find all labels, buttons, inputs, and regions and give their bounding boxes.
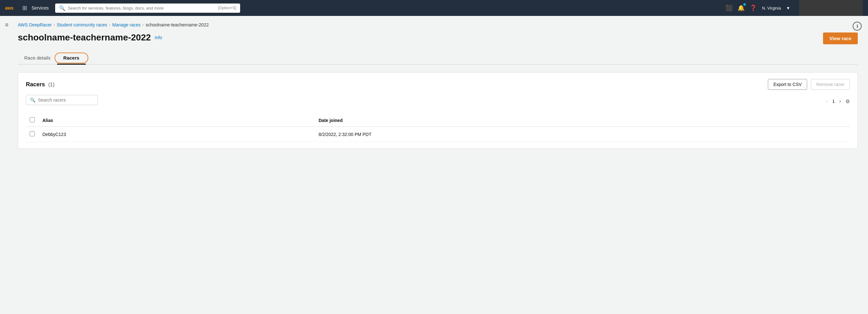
page-number: 1 [832,99,835,104]
page-header: schoolname-teachername-2022 Info View ra… [18,33,858,44]
help-icon[interactable]: ❓ [750,4,757,11]
search-icon: 🔍 [59,5,65,11]
export-csv-button[interactable]: Export to CSV [768,79,807,90]
svg-text:aws: aws [5,5,14,10]
date-joined-column-header: Date joined [315,114,850,127]
search-racers-icon: 🔍 [30,98,35,103]
breadcrumb: AWS DeepRacer › Student community races … [18,22,858,27]
region-selector[interactable]: N. Virginia [762,6,781,10]
search-input[interactable] [68,6,216,10]
tab-race-details[interactable]: Race details [18,52,57,65]
row-checkbox[interactable] [30,131,35,136]
page-info-icon[interactable]: ℹ [853,22,862,31]
breadcrumb-current: schoolname-teachername-2022 [146,22,209,27]
racers-panel-header: Racers (1) Export to CSV Remove racer [26,79,850,90]
racers-count: (1) [49,82,55,87]
prev-page-button[interactable]: ‹ [824,98,830,105]
page-title-area: schoolname-teachername-2022 Info [18,33,162,43]
racers-title-area: Racers (1) [26,81,55,88]
racers-title: Racers [26,81,45,88]
breadcrumb-community[interactable]: Student community races [57,22,107,27]
row-checkbox-cell [26,127,39,142]
select-all-checkbox[interactable] [30,117,35,122]
nav-right-actions: ⬛ 🔔 ❓ N. Virginia ▼ [725,0,863,16]
alias-cell: DebbyC123 [39,127,315,142]
racers-table: Alias Date joined DebbyC123 8/2/2022, 2:… [26,114,850,142]
table-body: DebbyC123 8/2/2022, 2:32:00 PM PDT [26,127,850,142]
select-all-col [26,114,39,127]
region-caret: ▼ [786,6,790,10]
breadcrumb-sep-3: › [143,23,144,27]
account-bar[interactable] [799,0,863,16]
table-row: DebbyC123 8/2/2022, 2:32:00 PM PDT [26,127,850,142]
racers-panel: Racers (1) Export to CSV Remove racer 🔍 … [18,72,858,149]
tab-racers-wrapper: Racers [57,52,86,64]
view-race-button[interactable]: View race [823,33,858,44]
terminal-icon[interactable]: ⬛ [725,4,733,11]
notification-badge [743,3,746,6]
services-label[interactable]: Services [32,5,49,10]
table-header: Alias Date joined [26,114,850,127]
table-settings-icon[interactable]: ⚙ [845,98,850,104]
date-joined-cell: 8/2/2022, 2:32:00 PM PDT [315,127,850,142]
page-title: schoolname-teachername-2022 [18,33,151,43]
breadcrumb-manage[interactable]: Manage races [112,22,141,27]
breadcrumb-home[interactable]: AWS DeepRacer [18,22,52,27]
tabs: Race details Racers [18,52,858,65]
panel-actions: Export to CSV Remove racer [768,79,850,90]
next-page-button[interactable]: › [837,98,843,105]
main-content: AWS DeepRacer › Student community races … [0,16,868,314]
search-hint: [Option+S] [218,6,236,10]
breadcrumb-sep-2: › [109,23,110,27]
search-racers-input[interactable] [38,98,94,103]
aws-logo[interactable]: aws [5,3,17,12]
breadcrumb-sep-1: › [54,23,55,27]
alias-column-header: Alias [39,114,315,127]
global-search-bar[interactable]: 🔍 [Option+S] [55,3,240,13]
tab-racers[interactable]: Racers [57,52,86,65]
sidebar-toggle[interactable]: ≡ [5,22,9,28]
grid-icon[interactable]: ⊞ [22,4,27,11]
pagination: ‹ 1 › ⚙ [824,98,850,105]
bell-icon[interactable]: 🔔 [738,4,745,11]
info-link[interactable]: Info [155,35,162,40]
search-racers-bar[interactable]: 🔍 [26,95,98,105]
remove-racer-button[interactable]: Remove racer [811,79,850,90]
top-navigation: aws ⊞ Services 🔍 [Option+S] ⬛ 🔔 ❓ N. Vir… [0,0,868,16]
